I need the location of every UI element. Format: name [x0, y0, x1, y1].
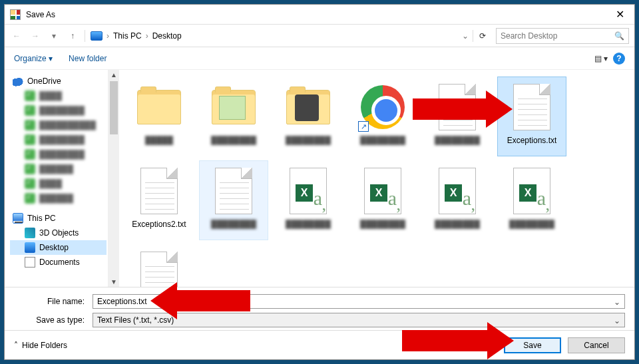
- save-button[interactable]: Save: [504, 337, 561, 353]
- text-file-icon: [513, 84, 550, 130]
- tree-item[interactable]: ████████: [10, 147, 106, 162]
- tree-item[interactable]: ██████: [10, 191, 106, 206]
- folder-icon: [212, 90, 256, 124]
- synced-icon: [25, 164, 35, 174]
- tree-3d-objects[interactable]: 3D Objects: [10, 226, 106, 240]
- nav-recent-dropdown[interactable]: ▾: [47, 31, 61, 41]
- file-item-csv[interactable]: Xa, ████████: [497, 160, 566, 240]
- desktop-icon: [25, 242, 35, 253]
- chevron-down-icon[interactable]: ⌄: [614, 297, 620, 307]
- folder-icon: [286, 90, 330, 124]
- organize-menu[interactable]: Organize ▾: [14, 54, 53, 63]
- refresh-button[interactable]: ⟳: [477, 31, 488, 41]
- hide-folders-toggle[interactable]: ˄ Hide Folders: [14, 341, 67, 350]
- file-label: Exceptions2.txt: [132, 220, 186, 229]
- file-item-text[interactable]: ████████: [124, 244, 194, 287]
- chevron-right-icon: ›: [146, 31, 148, 41]
- new-folder-button[interactable]: New folder: [69, 54, 106, 63]
- synced-icon: [25, 105, 35, 116]
- breadcrumb-dropdown[interactable]: ⌄: [462, 31, 469, 41]
- file-form: File name: Exceptions.txt ⌄ Save as type…: [5, 287, 634, 330]
- tree-item[interactable]: ████████: [10, 103, 106, 118]
- nav-forward-button[interactable]: →: [29, 31, 42, 41]
- synced-icon: [25, 120, 35, 130]
- tree-this-pc[interactable]: This PC: [10, 211, 106, 226]
- file-label: Exceptions.txt: [507, 136, 557, 145]
- tree-scrollbar[interactable]: ▲ ▼: [108, 70, 119, 287]
- file-item-csv[interactable]: Xa, ████████: [274, 160, 343, 240]
- close-button[interactable]: ✕: [605, 5, 634, 24]
- filename-input[interactable]: Exceptions.txt ⌄: [93, 294, 625, 309]
- pc-icon: [13, 213, 23, 224]
- crumb-desktop[interactable]: Desktop: [152, 31, 182, 41]
- file-item-exceptions2[interactable]: Exceptions2.txt: [124, 160, 194, 240]
- synced-icon: [25, 149, 35, 160]
- tree-documents[interactable]: Documents: [10, 255, 106, 270]
- divider: [85, 30, 85, 42]
- scroll-up-icon[interactable]: ▲: [110, 71, 117, 79]
- 3d-objects-icon: [25, 228, 35, 238]
- text-file-icon: [140, 252, 178, 287]
- tree-onedrive[interactable]: OneDrive: [10, 74, 106, 89]
- onedrive-icon: [13, 76, 23, 87]
- tree-item[interactable]: ██████: [10, 162, 106, 176]
- app-icon: [10, 9, 21, 20]
- tree-item[interactable]: ████████: [10, 132, 106, 147]
- file-item-folder[interactable]: ████████: [274, 77, 343, 156]
- crumb-this-pc[interactable]: This PC: [113, 31, 142, 41]
- tree-item[interactable]: ████: [10, 176, 106, 191]
- nav-bar: ← → ▾ ↑ › This PC › Desktop ⌄ ⟳ Search D…: [5, 25, 634, 47]
- pc-icon: [91, 31, 103, 41]
- tree-desktop[interactable]: Desktop: [10, 240, 106, 255]
- dialog-footer: ˄ Hide Folders Save Cancel: [5, 330, 634, 359]
- excel-csv-icon: Xa,: [513, 168, 550, 214]
- search-input[interactable]: Search Desktop 🔍: [496, 28, 629, 44]
- file-item-folder[interactable]: ████████: [199, 77, 268, 156]
- view-mode-button[interactable]: ▤ ▾: [594, 54, 608, 63]
- folder-icon: [137, 90, 181, 124]
- excel-csv-icon: Xa,: [439, 168, 476, 214]
- file-pane: █████ ████████ ████████ ↗ ████████ █████…: [119, 70, 634, 287]
- file-item-text[interactable]: ████████: [199, 160, 268, 240]
- window-title: Save As: [26, 10, 605, 19]
- toolbar: Organize ▾ New folder ▤ ▾ ?: [5, 47, 634, 70]
- file-item-csv[interactable]: Xa, ████████: [348, 160, 417, 240]
- help-button[interactable]: ?: [613, 53, 625, 65]
- nav-up-button[interactable]: ↑: [66, 31, 79, 41]
- tree-item[interactable]: ████: [10, 89, 106, 103]
- excel-csv-icon: Xa,: [364, 168, 401, 214]
- synced-icon: [25, 91, 35, 101]
- search-icon: 🔍: [614, 31, 624, 41]
- file-item-text[interactable]: ████████: [423, 77, 492, 156]
- synced-icon: [25, 134, 35, 145]
- file-item-csv[interactable]: Xa, ████████: [423, 160, 492, 240]
- nav-tree: OneDrive ████ ████████ ██████████ ██████…: [5, 70, 108, 287]
- breadcrumb[interactable]: › This PC › Desktop: [91, 31, 457, 41]
- documents-icon: [25, 257, 35, 268]
- chevron-up-icon: ˄: [14, 341, 18, 350]
- text-file-icon: [140, 168, 178, 214]
- scroll-thumb[interactable]: [110, 81, 118, 134]
- saveastype-label: Save as type:: [14, 315, 89, 325]
- synced-icon: [25, 193, 35, 204]
- save-as-dialog: Save As ✕ ← → ▾ ↑ › This PC › Desktop ⌄ …: [4, 4, 635, 360]
- filename-label: File name:: [14, 297, 89, 306]
- nav-back-button[interactable]: ←: [10, 31, 23, 41]
- title-bar: Save As ✕: [5, 5, 634, 25]
- divider: [473, 30, 473, 42]
- chevron-right-icon: ›: [106, 31, 109, 41]
- shortcut-badge: ↗: [358, 121, 369, 132]
- file-item-chrome[interactable]: ↗ ████████: [348, 77, 417, 156]
- saveastype-select[interactable]: Text Files (*.txt, *.csv) ⌄: [93, 313, 625, 327]
- tree-item[interactable]: ██████████: [10, 118, 106, 132]
- cancel-button[interactable]: Cancel: [568, 337, 625, 353]
- dialog-body: OneDrive ████ ████████ ██████████ ██████…: [5, 70, 634, 287]
- search-placeholder: Search Desktop: [501, 31, 610, 41]
- text-file-icon: [215, 168, 252, 214]
- file-item-exceptions[interactable]: Exceptions.txt: [497, 77, 566, 156]
- synced-icon: [25, 178, 35, 189]
- file-item-folder[interactable]: █████: [124, 77, 194, 156]
- text-file-icon: [439, 84, 476, 130]
- scroll-down-icon[interactable]: ▼: [110, 278, 117, 285]
- chevron-down-icon[interactable]: ⌄: [614, 316, 620, 325]
